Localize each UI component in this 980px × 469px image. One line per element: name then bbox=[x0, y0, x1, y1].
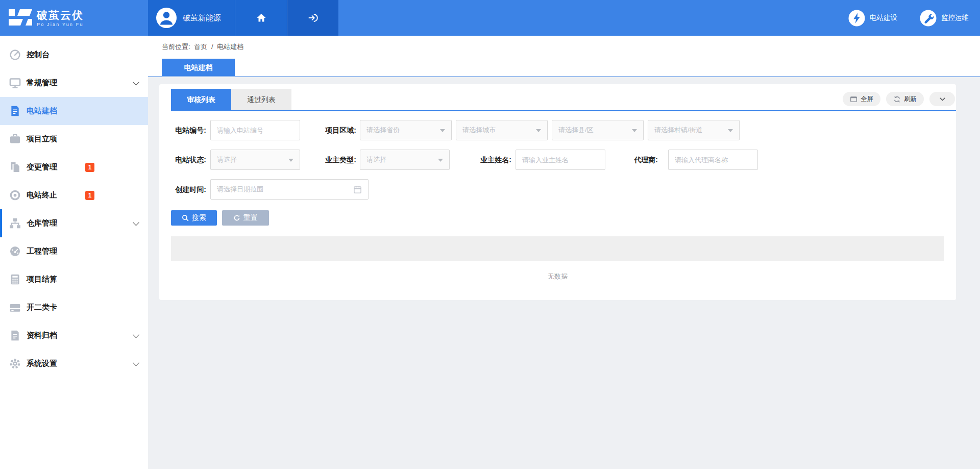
owner-type-label: 业主类型: bbox=[325, 150, 356, 170]
home-button[interactable] bbox=[235, 0, 287, 36]
chevron-down-icon bbox=[133, 359, 139, 366]
gauge-icon bbox=[9, 245, 21, 257]
region-select[interactable]: 请选择县/区 bbox=[552, 120, 644, 140]
sidebar-item[interactable]: 项目立项 bbox=[0, 125, 148, 153]
sidebar-item-label: 控制台 bbox=[27, 50, 50, 60]
station-status-label: 电站状态: bbox=[175, 150, 206, 170]
count-badge: 1 bbox=[85, 191, 94, 200]
target-icon bbox=[9, 189, 21, 201]
caret-down-icon bbox=[288, 159, 293, 162]
tab-review-list[interactable]: 审核列表 bbox=[171, 89, 231, 110]
fullscreen-button[interactable]: 全屏 bbox=[843, 92, 880, 106]
brand: 破茧云伏 Po Jian Yun Fu bbox=[0, 0, 148, 36]
page-tab[interactable]: 电站建档 bbox=[162, 59, 235, 76]
home-icon bbox=[256, 13, 266, 23]
region-select[interactable]: 请选择省份 bbox=[360, 120, 452, 140]
search-button[interactable]: 搜索 bbox=[171, 210, 217, 226]
list-card: 审核列表 通过列表 全屏 刷新 电站编号: 项目区域: bbox=[159, 84, 956, 300]
tab-underline bbox=[171, 110, 956, 111]
sidebar-item[interactable]: 控制台 bbox=[0, 41, 148, 69]
breadcrumb-home[interactable]: 首页 bbox=[194, 43, 207, 51]
top-header: 破茧云伏 Po Jian Yun Fu 破茧新能源 电站建设 监控运维 bbox=[0, 0, 980, 36]
refresh-icon bbox=[893, 95, 901, 103]
owner-name-input[interactable] bbox=[516, 150, 605, 170]
header-nav-label: 电站建设 bbox=[870, 13, 897, 22]
sitemap-icon bbox=[9, 217, 21, 229]
active-marker bbox=[0, 209, 2, 237]
lightning-icon bbox=[848, 10, 865, 27]
count-badge: 1 bbox=[85, 163, 94, 172]
monitor-icon bbox=[9, 77, 21, 89]
header-nav-item[interactable]: 电站建设 bbox=[848, 10, 897, 27]
sidebar-item[interactable]: 资料归档 bbox=[0, 322, 148, 350]
chevron-down-icon bbox=[939, 95, 946, 103]
sidebar-item[interactable]: 常规管理 bbox=[0, 69, 148, 97]
calculator-icon bbox=[9, 274, 21, 285]
content-area: 审核列表 通过列表 全屏 刷新 电站编号: 项目区域: bbox=[148, 77, 980, 469]
sidebar-item-label: 电站终止 bbox=[27, 190, 57, 200]
sidebar-item-label: 仓库管理 bbox=[27, 218, 57, 228]
user-chip[interactable]: 破茧新能源 bbox=[148, 0, 235, 36]
wrench-icon bbox=[920, 10, 937, 27]
empty-state: 无数据 bbox=[171, 272, 944, 281]
caret-down-icon bbox=[632, 129, 637, 132]
sidebar-item-label: 开二类卡 bbox=[27, 303, 57, 312]
header-dark-zone: 破茧新能源 bbox=[148, 0, 338, 36]
sidebar-item[interactable]: 电站终止 1 bbox=[0, 181, 148, 209]
filter-row-3: 创建时间: 请选择日期范围 bbox=[159, 179, 956, 200]
table-header bbox=[171, 236, 944, 261]
chevron-down-icon bbox=[133, 331, 139, 338]
sidebar-item-label: 系统设置 bbox=[27, 359, 57, 368]
brand-logo-icon bbox=[9, 8, 32, 28]
agent-label: 代理商: bbox=[634, 150, 658, 170]
date-range-picker[interactable]: 请选择日期范围 bbox=[210, 179, 369, 200]
gear-icon bbox=[9, 358, 21, 369]
topbar: 当前位置: 首页 / 电站建档 电站建档 bbox=[148, 36, 980, 77]
caret-down-icon bbox=[536, 129, 541, 132]
brand-subtitle: Po Jian Yun Fu bbox=[37, 22, 84, 27]
signin-button[interactable] bbox=[287, 0, 338, 36]
station-no-input[interactable] bbox=[210, 120, 300, 140]
dashboard-icon bbox=[9, 49, 21, 61]
sidebar-item-label: 工程管理 bbox=[27, 246, 57, 256]
sidebar-item-label: 资料归档 bbox=[27, 331, 57, 340]
header-nav-item[interactable]: 监控运维 bbox=[920, 10, 969, 27]
collapse-button[interactable] bbox=[929, 92, 955, 106]
region-selects: 请选择省份 请选择城市 请选择县/区 请选择村镇/街道 bbox=[360, 120, 740, 140]
sidebar-item-label: 项目结算 bbox=[27, 275, 57, 284]
avatar-icon bbox=[156, 8, 177, 28]
sidebar-item[interactable]: 电站建档 bbox=[0, 97, 148, 125]
sidebar-item[interactable]: 工程管理 bbox=[0, 237, 148, 265]
owner-type-select[interactable]: 请选择 bbox=[360, 150, 450, 170]
region-select[interactable]: 请选择村镇/街道 bbox=[648, 120, 740, 140]
briefcase-icon bbox=[9, 133, 21, 145]
sidebar-item[interactable]: 项目结算 bbox=[0, 265, 148, 293]
create-time-label: 创建时间: bbox=[175, 179, 206, 200]
owner-name-label: 业主姓名: bbox=[480, 150, 511, 170]
sidebar-item[interactable]: 系统设置 bbox=[0, 350, 148, 378]
station-status-select[interactable]: 请选择 bbox=[210, 150, 300, 170]
reset-icon bbox=[233, 214, 240, 221]
refresh-button[interactable]: 刷新 bbox=[886, 92, 924, 106]
search-icon bbox=[182, 214, 189, 221]
sidebar-item[interactable]: 仓库管理 bbox=[0, 209, 148, 237]
sidebar-item[interactable]: 变更管理 1 bbox=[0, 153, 148, 181]
caret-down-icon bbox=[728, 129, 733, 132]
calendar-icon bbox=[353, 185, 362, 194]
breadcrumb-prefix: 当前位置: bbox=[162, 43, 190, 51]
chevron-down-icon bbox=[133, 219, 139, 226]
chevron-down-icon bbox=[133, 79, 139, 85]
breadcrumb: 当前位置: 首页 / 电站建档 bbox=[162, 42, 246, 52]
station-no-label: 电站编号: bbox=[175, 120, 206, 140]
tab-passed-list[interactable]: 通过列表 bbox=[231, 89, 291, 110]
header-nav-label: 监控运维 bbox=[941, 13, 969, 22]
reset-button[interactable]: 重置 bbox=[222, 210, 269, 226]
region-select[interactable]: 请选择城市 bbox=[456, 120, 548, 140]
sidebar-item[interactable]: 开二类卡 bbox=[0, 293, 148, 322]
copy-icon bbox=[9, 161, 21, 173]
agent-input[interactable] bbox=[668, 150, 758, 170]
filter-row-1: 电站编号: 项目区域: 请选择省份 请选择城市 请选择县/区 请选择村镇/街道 bbox=[159, 120, 956, 140]
card-tabs: 审核列表 通过列表 bbox=[171, 89, 291, 110]
filter-row-2: 电站状态: 请选择 业主类型: 请选择 业主姓名: 代理商: bbox=[159, 150, 956, 170]
sidebar-item-label: 电站建档 bbox=[27, 106, 57, 116]
